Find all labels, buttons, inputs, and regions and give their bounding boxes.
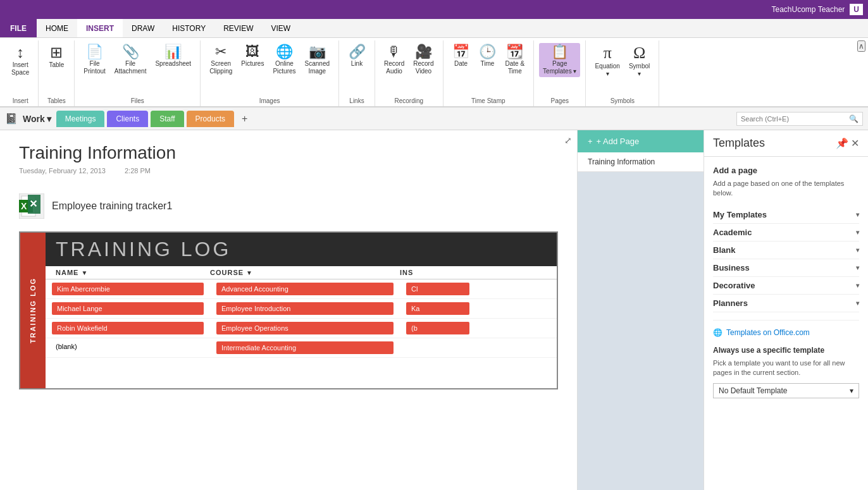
template-category-business[interactable]: Business ▾ — [713, 259, 859, 277]
tab-file[interactable]: FILE — [0, 19, 37, 37]
training-title-row: TRAINING LOG — [46, 233, 557, 266]
symbol-icon: Ω — [633, 45, 645, 61]
pin-icon: 📌 — [836, 137, 848, 149]
symbol-button[interactable]: Ω Symbol▾ — [625, 43, 654, 80]
file-attachment-button[interactable]: 📎 FileAttachment — [111, 43, 151, 77]
cell-ins-3: (b — [400, 319, 476, 338]
link-button[interactable]: 🔗 Link — [344, 43, 369, 70]
templates-header: Templates 📌 ✕ — [704, 130, 868, 157]
expand-button[interactable]: ⤢ — [564, 135, 572, 145]
screen-clipping-icon: ✂ — [215, 45, 226, 59]
section-tab-staff[interactable]: Staff — [151, 111, 183, 127]
templates-close-button[interactable]: ✕ — [851, 137, 859, 149]
template-category-academic[interactable]: Academic ▾ — [713, 224, 859, 242]
embedded-file-name: Employee training tracker1 — [52, 200, 172, 212]
academic-label: Academic — [713, 228, 752, 237]
table-button[interactable]: ⊞ Table — [44, 43, 69, 71]
time-button[interactable]: 🕒 Time — [475, 43, 500, 70]
name-filter-icon: ▼ — [81, 269, 88, 276]
section-tab-meetings[interactable]: Meetings — [56, 111, 105, 127]
insert-space-button[interactable]: ↕ InsertSpace — [8, 43, 33, 78]
planners-chevron-icon: ▾ — [856, 300, 859, 307]
cell-course-1: Advanced Accounting — [210, 279, 400, 298]
svg-text:✕: ✕ — [29, 199, 37, 209]
section-tab-clients[interactable]: Clients — [107, 111, 148, 127]
date-icon: 📅 — [452, 45, 469, 59]
ribbon-group-timestamp-label: Time Stamp — [449, 96, 529, 106]
ribbon-collapse-button[interactable]: ∧ — [857, 40, 865, 52]
ribbon-group-pages-items: 📋 PageTemplates ▾ — [539, 43, 580, 96]
template-category-my-templates[interactable]: My Templates ▾ — [713, 206, 859, 224]
templates-office-link[interactable]: 🌐 Templates on Office.com — [713, 328, 859, 337]
ribbon-group-insert-label: Insert — [8, 96, 33, 106]
office-globe-icon: 🌐 — [713, 328, 722, 337]
section-tab-products[interactable]: Products — [187, 111, 234, 127]
ribbon: ↕ InsertSpace Insert ⊞ Table Tables 📄 Fi… — [0, 38, 868, 107]
my-templates-label: My Templates — [713, 210, 767, 219]
tab-review[interactable]: REVIEW — [214, 19, 262, 37]
templates-pin-button[interactable]: 📌 — [836, 137, 848, 149]
notebook-name[interactable]: Work ▾ — [23, 114, 51, 124]
blank-label: Blank — [713, 245, 735, 255]
cell-ins-2: Ka — [400, 299, 476, 318]
page-date: Tuesday, February 12, 2013 2:28 PM — [19, 167, 558, 175]
academic-chevron-icon: ▾ — [856, 229, 859, 236]
notebook-dropdown-icon: ▾ — [47, 114, 51, 124]
add-section-button[interactable]: + — [237, 111, 252, 127]
training-log-container: TRAINING LOG TRAINING LOG NAME ▼ COURSE … — [19, 231, 558, 389]
screen-clipping-button[interactable]: ✂ ScreenClipping — [206, 43, 236, 77]
ribbon-group-tables-label: Tables — [44, 96, 69, 106]
main-area: ⤢ Training Information Tuesday, February… — [0, 130, 868, 490]
planners-label: Planners — [713, 298, 748, 308]
cell-course-3: Employee Operations — [210, 319, 400, 338]
ribbon-group-pages: 📋 PageTemplates ▾ Pages — [534, 40, 586, 106]
tab-draw[interactable]: DRAW — [123, 19, 163, 37]
templates-body: Add a page Add a page based on one of th… — [704, 157, 868, 490]
templates-always-desc: Pick a template you want to use for all … — [713, 358, 859, 378]
date-button[interactable]: 📅 Date — [449, 43, 474, 70]
training-title: TRAINING LOG — [56, 238, 547, 261]
ribbon-group-images-label: Images — [206, 96, 333, 106]
tab-view[interactable]: VIEW — [262, 19, 299, 37]
training-sidebar-label: TRAINING LOG — [20, 233, 46, 388]
template-category-decorative[interactable]: Decorative ▾ — [713, 277, 859, 295]
date-time-icon: 📆 — [506, 45, 523, 59]
ribbon-group-timestamp: 📅 Date 🕒 Time 📆 Date &Time Time Stamp — [443, 40, 535, 106]
training-content: TRAINING LOG NAME ▼ COURSE ▼ INS Kim Abe… — [46, 233, 557, 388]
insert-space-icon: ↕ — [16, 45, 24, 60]
record-video-button[interactable]: 🎥 RecordVideo — [409, 43, 437, 77]
pictures-button[interactable]: 🖼 Pictures — [237, 43, 268, 70]
spreadsheet-button[interactable]: 📊 Spreadsheet — [151, 43, 195, 70]
page-preview-area — [578, 172, 704, 490]
date-time-button[interactable]: 📆 Date &Time — [502, 43, 529, 77]
file-printout-button[interactable]: 📄 FilePrintout — [80, 43, 109, 77]
template-select-chevron-icon: ▾ — [850, 386, 853, 395]
ribbon-group-links: 🔗 Link Links — [339, 40, 375, 106]
add-page-button[interactable]: + + Add Page — [578, 130, 704, 152]
tab-insert[interactable]: INSERT — [77, 19, 123, 37]
search-icon[interactable]: 🔍 — [849, 114, 859, 123]
decorative-label: Decorative — [713, 281, 755, 290]
tab-home[interactable]: HOME — [37, 19, 77, 37]
templates-section-title: Add a page — [713, 166, 859, 175]
cell-ins-1: Cl — [400, 279, 476, 298]
ribbon-group-files: 📄 FilePrintout 📎 FileAttachment 📊 Spread… — [75, 40, 201, 106]
template-category-blank[interactable]: Blank ▾ — [713, 242, 859, 259]
record-audio-button[interactable]: 🎙 RecordAudio — [380, 43, 408, 77]
ribbon-group-tables: ⊞ Table Tables — [39, 40, 75, 106]
page-item-training-info[interactable]: Training Information — [578, 152, 704, 172]
scanned-image-button[interactable]: 📷 ScannedImage — [301, 43, 333, 77]
template-category-planners[interactable]: Planners ▾ — [713, 295, 859, 312]
tab-history[interactable]: HISTORY — [163, 19, 214, 37]
templates-always-label: Always use a specific template — [713, 346, 859, 355]
equation-button[interactable]: π Equation▾ — [591, 43, 623, 80]
ribbon-group-insert: ↕ InsertSpace Insert — [3, 40, 39, 106]
ribbon-group-recording-label: Recording — [380, 96, 438, 106]
search-input[interactable] — [741, 115, 846, 123]
ribbon-group-symbols: π Equation▾ Ω Symbol▾ Symbols — [586, 40, 659, 106]
cell-ins-4 — [400, 338, 476, 357]
file-attachment-icon: 📎 — [122, 45, 139, 59]
page-templates-button[interactable]: 📋 PageTemplates ▾ — [539, 43, 580, 77]
online-pictures-button[interactable]: 🌐 OnlinePictures — [269, 43, 299, 77]
default-template-select[interactable]: No Default Template ▾ — [713, 383, 859, 398]
